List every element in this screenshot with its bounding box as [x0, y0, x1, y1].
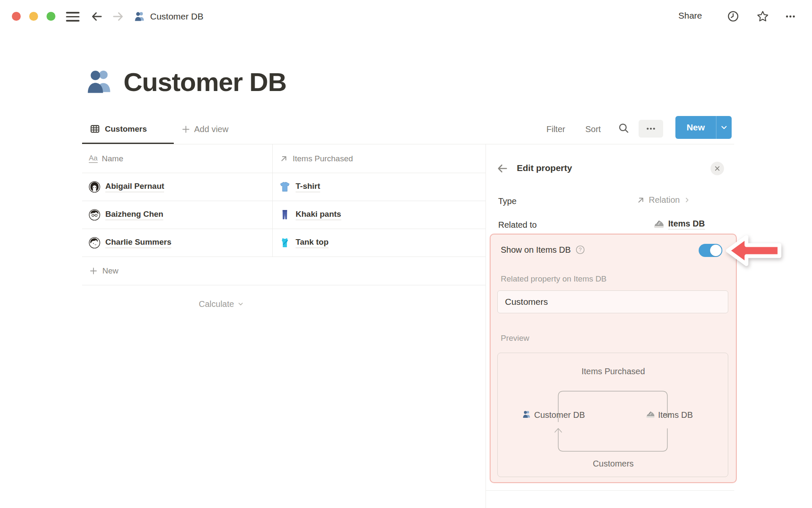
- row-divider: [82, 285, 486, 285]
- baizheng-avatar: [89, 209, 100, 221]
- people-emoji: [134, 11, 145, 22]
- type-value-label: Relation: [649, 195, 680, 205]
- column-name-label: Name: [102, 154, 123, 163]
- diagram-top-property: Items Purchased: [582, 367, 645, 376]
- back-icon[interactable]: [91, 10, 103, 23]
- table-row-name-cell[interactable]: Charlie Summers: [89, 229, 171, 257]
- table-row-item-cell[interactable]: Khaki pants: [279, 201, 341, 229]
- help-icon[interactable]: [575, 245, 585, 255]
- panel-back-icon[interactable]: [497, 163, 508, 174]
- diagram-left-db: Customer DB: [534, 410, 585, 420]
- ellipsis-icon: [645, 123, 657, 135]
- diagram-bottom-arrow: [558, 428, 667, 451]
- column-header-items-purchased[interactable]: Items Purchased: [279, 144, 353, 173]
- row-divider: [82, 257, 486, 257]
- plus-icon: [181, 124, 191, 134]
- chevron-down-icon: [719, 123, 729, 132]
- tshirt-emoji: [279, 181, 291, 193]
- page-title[interactable]: Customer DB: [123, 67, 286, 97]
- toggle-knob: [710, 245, 721, 256]
- row-item-link[interactable]: T-shirt: [296, 182, 320, 192]
- show-on-row: Show on Items DB: [501, 245, 585, 255]
- chevron-right-icon: [683, 196, 691, 204]
- table-view-icon: [90, 124, 100, 134]
- charlie-avatar: [89, 237, 100, 248]
- chevron-down-icon: [237, 300, 244, 308]
- add-view-label: Add view: [194, 124, 228, 134]
- diagram-right-db: Items DB: [658, 410, 693, 420]
- text-property-icon: Aa: [89, 154, 98, 163]
- filter-button[interactable]: Filter: [546, 124, 565, 134]
- close-window-button[interactable]: [12, 12, 21, 21]
- view-options-button[interactable]: [639, 120, 663, 138]
- add-view-button[interactable]: Add view: [181, 124, 228, 134]
- favorite-star-icon[interactable]: [756, 10, 769, 23]
- traffic-lights: [12, 12, 55, 21]
- breadcrumb-title: Customer DB: [150, 11, 203, 22]
- red-annotation-arrow: [724, 232, 787, 270]
- new-button-group: New: [675, 116, 732, 139]
- related-property-input[interactable]: [497, 290, 728, 313]
- calculate-button[interactable]: Calculate: [199, 292, 244, 316]
- sort-button[interactable]: Sort: [585, 124, 601, 134]
- new-button[interactable]: New: [675, 116, 716, 139]
- sneaker-emoji: [647, 411, 654, 417]
- calculate-label: Calculate: [199, 299, 234, 309]
- relation-arrow-icon: [636, 196, 645, 205]
- column-divider: [272, 144, 273, 257]
- new-dropdown-button[interactable]: [716, 116, 732, 139]
- row-name-link[interactable]: Charlie Summers: [105, 237, 171, 248]
- type-value-button[interactable]: Relation: [636, 195, 691, 205]
- tab-customers-label: Customers: [105, 124, 147, 134]
- tab-customers[interactable]: Customers: [90, 124, 147, 134]
- notion-window: Customer DB Share Customer DB Customers …: [0, 0, 812, 508]
- relation-preview-diagram: Items Purchased Customer DB Items DB Cus…: [497, 353, 728, 477]
- related-to-label: Related to: [498, 220, 537, 230]
- show-on-toggle[interactable]: [699, 244, 722, 257]
- table-row-name-cell[interactable]: Baizheng Chen: [89, 201, 163, 229]
- table-row-item-cell[interactable]: Tank top: [279, 229, 329, 257]
- relation-diagram-svg: Items Purchased Customer DB Items DB Cus…: [498, 353, 729, 478]
- sidebar-toggle-icon[interactable]: [66, 12, 80, 22]
- row-item-link[interactable]: Tank top: [296, 237, 329, 248]
- share-button[interactable]: Share: [678, 11, 702, 21]
- table-row-item-cell[interactable]: T-shirt: [279, 173, 320, 201]
- panel-divider: [486, 144, 486, 508]
- related-to-value-button[interactable]: Items DB: [653, 218, 705, 229]
- zoom-window-button[interactable]: [47, 12, 55, 21]
- row-item-link[interactable]: Khaki pants: [296, 210, 341, 220]
- new-row-label: New: [102, 266, 118, 276]
- jeans-emoji: [279, 209, 291, 221]
- new-row-button[interactable]: New: [89, 257, 118, 285]
- show-on-label: Show on Items DB: [501, 245, 571, 255]
- tanktop-emoji: [279, 237, 291, 248]
- updates-clock-icon[interactable]: [727, 10, 740, 23]
- abigail-avatar: [89, 181, 100, 193]
- toolbar-divider: [82, 144, 734, 144]
- table-row-name-cell[interactable]: Abigail Pernaut: [89, 173, 164, 201]
- breadcrumb[interactable]: Customer DB: [134, 11, 203, 22]
- row-name-link[interactable]: Baizheng Chen: [105, 210, 163, 220]
- page-icon-people-emoji[interactable]: [85, 67, 114, 96]
- people-emoji: [523, 411, 530, 418]
- column-header-name[interactable]: Aa Name: [89, 144, 123, 173]
- related-to-value-label: Items DB: [668, 219, 705, 229]
- plus-icon: [89, 266, 98, 276]
- preview-label: Preview: [501, 334, 529, 343]
- related-property-label: Related property on Items DB: [501, 274, 606, 284]
- minimize-window-button[interactable]: [29, 12, 38, 21]
- diagram-bottom-property: Customers: [593, 459, 634, 468]
- relation-arrow-icon: [279, 154, 288, 163]
- column-items-label: Items Purchased: [293, 154, 353, 163]
- close-icon: [713, 164, 722, 173]
- more-menu-icon[interactable]: [784, 10, 797, 23]
- sneaker-emoji: [653, 218, 664, 229]
- panel-title: Edit property: [517, 163, 572, 173]
- search-icon[interactable]: [617, 122, 630, 135]
- forward-icon[interactable]: [112, 10, 124, 23]
- panel-close-button[interactable]: [710, 162, 724, 175]
- type-label: Type: [498, 196, 516, 206]
- panel-bottom-divider: [486, 490, 734, 491]
- row-name-link[interactable]: Abigail Pernaut: [105, 182, 164, 192]
